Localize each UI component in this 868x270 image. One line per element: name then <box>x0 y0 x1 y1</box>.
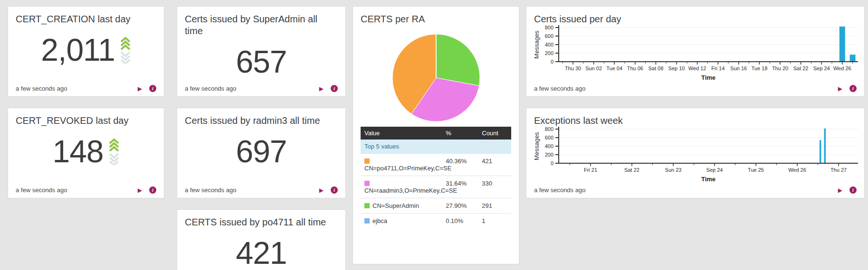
count-value: 421 <box>236 236 286 270</box>
svg-text:0: 0 <box>551 160 553 166</box>
svg-text:400: 400 <box>545 42 553 47</box>
svg-text:Sun 16: Sun 16 <box>730 65 747 71</box>
svg-text:200: 200 <box>545 50 553 56</box>
svg-text:Sep 10: Sep 10 <box>668 65 685 71</box>
widget-title: CERTS issued by po4711 all time <box>185 216 338 228</box>
last-updated: a few seconds ago <box>185 186 236 194</box>
svg-text:Sun 23: Sun 23 <box>665 167 682 173</box>
replay-search-icon[interactable]: ▶ <box>838 187 842 193</box>
info-icon[interactable]: i <box>149 85 156 92</box>
svg-text:Messages: Messages <box>533 132 540 160</box>
svg-text:Sun 02: Sun 02 <box>585 65 602 71</box>
svg-text:200: 200 <box>545 152 553 158</box>
column-header-count: Count <box>478 127 511 140</box>
count-value: 2,011 <box>41 33 114 67</box>
info-icon[interactable]: i <box>849 85 857 92</box>
value-count: 330 <box>478 176 511 198</box>
value-label: CN=SuperAdmin <box>372 202 419 209</box>
last-updated: a few seconds ago <box>16 85 67 92</box>
value-pct: 0.10% <box>442 214 478 229</box>
widget-footer: a few seconds ago ▶ i <box>185 186 338 194</box>
widget-title: Certs issued by radmin3 all time <box>185 115 338 127</box>
svg-text:Sat 22: Sat 22 <box>624 167 639 173</box>
count-value: 697 <box>236 134 286 168</box>
svg-text:Sat 22: Sat 22 <box>793 65 809 71</box>
replay-search-icon[interactable]: ▶ <box>319 86 324 92</box>
svg-text:Tue 18: Tue 18 <box>751 65 767 71</box>
svg-text:Fri 14: Fri 14 <box>711 65 725 71</box>
widget-title: CERT_REVOKED last day <box>16 115 156 127</box>
svg-text:Thu 27: Thu 27 <box>830 167 847 173</box>
replay-search-icon[interactable]: ▶ <box>138 86 142 92</box>
svg-text:800: 800 <box>545 126 553 132</box>
value-count: 421 <box>478 154 511 176</box>
widget-footer: a few seconds ago ▶ i <box>16 186 156 194</box>
widget-certs-per-ra: CERTS per RA Value % Count Top 5 values … <box>353 6 519 264</box>
info-icon[interactable]: i <box>149 186 156 194</box>
widget-title: CERT_CREATION last day <box>16 13 156 25</box>
widget-footer: a few seconds ago ▶ i <box>534 186 857 194</box>
svg-text:Thu 20: Thu 20 <box>772 65 788 71</box>
exceptions-last-week-chart: 0200400600800Fri 21Sat 22Sun 23Sep 24Tue… <box>532 125 860 186</box>
replay-search-icon[interactable]: ▶ <box>838 86 842 92</box>
value-count: 1 <box>478 214 511 229</box>
certs-per-ra-pie-chart <box>391 33 481 123</box>
replay-search-icon[interactable]: ▶ <box>138 187 142 193</box>
svg-text:800: 800 <box>545 25 553 30</box>
svg-text:600: 600 <box>545 135 553 140</box>
value-count: 291 <box>478 198 511 214</box>
svg-text:Wed 26: Wed 26 <box>788 167 806 173</box>
svg-text:Fri 21: Fri 21 <box>584 167 597 173</box>
column-header-pct: % <box>442 127 478 140</box>
svg-text:Sep 24: Sep 24 <box>813 65 830 71</box>
svg-text:Wed 12: Wed 12 <box>688 65 706 71</box>
last-updated: a few seconds ago <box>16 186 67 194</box>
top-values-table: Value % Count Top 5 values CN=po4711,O=P… <box>361 127 511 228</box>
info-icon[interactable]: i <box>331 85 338 92</box>
info-icon[interactable]: i <box>331 186 338 194</box>
trend-indicator-icon <box>120 36 131 64</box>
legend-swatch <box>364 203 370 208</box>
widget-cert-creation: CERT_CREATION last day 2,011 a few secon… <box>8 6 164 97</box>
svg-text:Time: Time <box>701 176 715 183</box>
value-label: CN=raadmin3,O=PrimeKey,C=SE <box>364 187 457 194</box>
widget-certs-per-day: Certs issued per day 0200400600800Thu 30… <box>526 6 865 97</box>
legend-swatch <box>364 218 370 223</box>
widget-certs-superadmin: Certs issued by SuperAdmin all time 657 … <box>177 6 346 97</box>
replay-search-icon[interactable]: ▶ <box>319 187 324 193</box>
widget-exceptions-last-week: Exceptions last week 0200400600800Fri 21… <box>526 108 865 198</box>
certs-per-day-chart: 0200400600800Thu 30Sun 02Tue 04Thu 06Sat… <box>532 24 860 84</box>
svg-text:Thu 30: Thu 30 <box>565 65 581 71</box>
widget-footer: a few seconds ago ▶ i <box>16 85 156 92</box>
last-updated: a few seconds ago <box>185 85 236 92</box>
table-row: CN=SuperAdmin 27.90% 291 <box>361 198 511 214</box>
count-value: 657 <box>236 45 286 79</box>
info-icon[interactable]: i <box>849 186 857 194</box>
widget-cert-revoked: CERT_REVOKED last day 148 a few seconds … <box>8 108 164 198</box>
count-display: 697 <box>185 134 338 168</box>
column-header-value: Value <box>361 127 442 140</box>
svg-text:Sat 08: Sat 08 <box>648 65 663 71</box>
value-label: ejbca <box>372 217 387 224</box>
widget-title: CERTS per RA <box>361 13 511 25</box>
widget-certs-radmin3: Certs issued by radmin3 all time 697 a f… <box>177 108 346 198</box>
svg-text:Tue 04: Tue 04 <box>606 65 622 71</box>
table-header-row: Value % Count <box>361 127 511 140</box>
svg-text:Wed 26: Wed 26 <box>833 65 851 71</box>
value-pct: 27.90% <box>442 198 478 214</box>
legend-swatch <box>364 158 370 164</box>
legend-swatch <box>364 181 370 186</box>
table-row: CN=raadmin3,O=PrimeKey,C=SE 31.64% 330 <box>361 176 511 198</box>
widget-certs-po4711: CERTS issued by po4711 all time 421 a fe… <box>177 209 346 270</box>
count-display: 148 <box>16 134 156 168</box>
svg-text:Thu 06: Thu 06 <box>627 65 643 71</box>
value-label: CN=po4711,O=PrimeKey,C=SE <box>364 165 451 172</box>
table-subheader-row: Top 5 values <box>361 140 511 154</box>
svg-text:600: 600 <box>545 33 553 39</box>
count-display: 421 <box>185 236 338 270</box>
widget-title: Certs issued by SuperAdmin all time <box>185 13 338 37</box>
svg-text:Tue 25: Tue 25 <box>748 167 764 173</box>
count-display: 657 <box>185 45 338 79</box>
count-display: 2,011 <box>16 33 156 67</box>
svg-text:Time: Time <box>701 74 715 81</box>
